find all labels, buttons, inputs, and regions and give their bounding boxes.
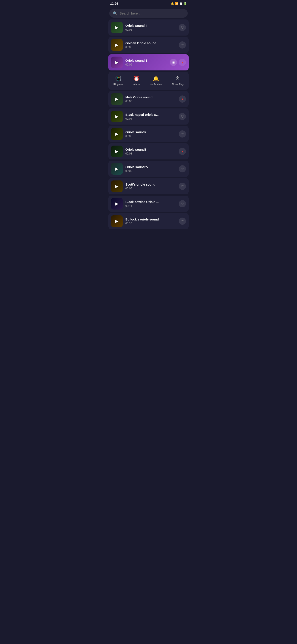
search-icon: 🔍 <box>113 11 117 16</box>
song-duration: 00:05 <box>125 28 176 31</box>
play-icon: ▶ <box>115 60 118 65</box>
status-time: 11:26 <box>110 2 118 5</box>
timer-play-icon: ⏱ <box>175 76 180 82</box>
song-title: Oriole sound 4 <box>125 24 176 28</box>
favorite-button[interactable]: ♥ <box>179 148 186 155</box>
song-info: Black-cowled Oriole ... 00:14 <box>125 200 176 208</box>
song-list: ▶ Oriole sound 4 00:05 ♡ ▶ Golden Oriole… <box>107 18 190 234</box>
song-title: Oriole sound2 <box>125 130 176 134</box>
play-icon: ▶ <box>115 42 118 48</box>
play-icon: ▶ <box>115 132 118 136</box>
song-info: Bullock's oriole sound 00:10 <box>125 218 176 225</box>
song-thumbnail: ▶ <box>111 111 123 122</box>
song-title: Scott's oriole sound <box>125 183 176 186</box>
favorite-button[interactable]: ♥ <box>179 59 186 66</box>
list-item[interactable]: ▶ Golden Oriole sound 00:05 ♡ <box>108 37 189 53</box>
song-duration: 00:05 <box>125 46 176 49</box>
song-info: Oriole sound 4 00:05 <box>125 24 176 31</box>
song-thumbnail: ▶ <box>111 22 123 33</box>
favorite-button[interactable]: ♡ <box>179 41 186 48</box>
list-item[interactable]: ▶ Oriole sound2 00:05 ♡ <box>108 126 189 142</box>
song-duration: 00:10 <box>125 222 176 225</box>
timer-play-label: Timer Play <box>172 83 184 86</box>
favorite-button[interactable]: ♡ <box>179 183 186 190</box>
song-title: Oriole sound 1 <box>125 59 167 62</box>
favorite-button[interactable]: ♥ <box>179 96 186 103</box>
play-icon: ▶ <box>115 114 118 119</box>
play-icon: ▶ <box>115 184 118 189</box>
stop-button[interactable]: ⏹ <box>170 59 177 66</box>
song-thumbnail: ▶ <box>111 39 123 51</box>
list-item[interactable]: ▶ Oriole sound 1 00:05 ⏹ ♥ <box>108 54 189 70</box>
song-duration: 00:06 <box>125 187 176 190</box>
list-item[interactable]: ▶ Scott's oriole sound 00:06 ♡ <box>108 178 189 194</box>
song-info: Male Oriole sound 00:06 <box>125 96 176 103</box>
list-item[interactable]: ▶ Black-naped oriole s... 00:04 ♡ <box>108 108 189 124</box>
song-thumbnail: ▶ <box>111 56 123 68</box>
battery-icon: 🔋 <box>184 2 187 5</box>
options-row: 📳 Ringtone ⏰ Alarm 🔔 Notification ⏱ Time… <box>108 74 189 88</box>
song-title: Oriole sound3 <box>125 148 176 152</box>
song-thumbnail: ▶ <box>111 93 123 105</box>
search-input[interactable] <box>120 12 184 15</box>
screen-icon: 📋 <box>179 2 183 5</box>
notification-label: Notification <box>150 83 162 86</box>
song-title: Bullock's oriole sound <box>125 218 176 221</box>
alarm-icon: ⏰ <box>133 76 139 82</box>
favorite-button[interactable]: ♡ <box>179 165 186 172</box>
alarm-option[interactable]: ⏰ Alarm <box>133 76 140 86</box>
play-icon: ▶ <box>115 201 118 206</box>
play-icon: ▶ <box>115 25 118 30</box>
ringtone-label: Ringtone <box>113 83 123 86</box>
favorite-button[interactable]: ♡ <box>179 200 186 207</box>
song-info: Oriole sound fx 00:05 <box>125 165 176 173</box>
notification-icon: 🔔 <box>171 2 174 5</box>
song-info: Oriole sound2 00:05 <box>125 130 176 138</box>
ringtone-icon: 📳 <box>115 76 121 82</box>
list-item[interactable]: ▶ Oriole sound3 00:08 ♥ <box>108 143 189 160</box>
song-duration: 00:06 <box>125 100 176 103</box>
song-duration: 00:08 <box>125 152 176 155</box>
notification-option[interactable]: 🔔 Notification <box>150 76 162 86</box>
song-info: Oriole sound3 00:08 <box>125 148 176 155</box>
play-icon: ▶ <box>115 166 118 171</box>
song-thumbnail: ▶ <box>111 198 123 210</box>
song-info: Oriole sound 1 00:05 <box>125 59 167 66</box>
song-title: Black-cowled Oriole ... <box>125 200 176 204</box>
search-bar[interactable]: 🔍 <box>109 9 188 18</box>
ringtone-option[interactable]: 📳 Ringtone <box>113 76 123 86</box>
song-thumbnail: ▶ <box>111 215 123 227</box>
song-title: Black-naped oriole s... <box>125 113 176 116</box>
favorite-button[interactable]: ♡ <box>179 130 186 138</box>
list-item[interactable]: ▶ Black-cowled Oriole ... 00:14 ♡ <box>108 196 189 212</box>
list-item[interactable]: ▶ Male Oriole sound 00:06 ♥ <box>108 91 189 107</box>
status-icons: 🔔 📶 📋 🔋 <box>171 2 187 5</box>
options-panel: 📳 Ringtone ⏰ Alarm 🔔 Notification ⏱ Time… <box>108 72 189 90</box>
play-icon: ▶ <box>115 96 118 102</box>
song-duration: 00:05 <box>125 134 176 138</box>
notification-icon: 🔔 <box>153 76 159 82</box>
song-thumbnail: ▶ <box>111 128 123 140</box>
song-title: Golden Oriole sound <box>125 41 176 45</box>
song-duration: 00:14 <box>125 204 176 208</box>
list-item[interactable]: ▶ Oriole sound 4 00:05 ♡ <box>108 20 189 36</box>
song-info: Black-naped oriole s... 00:04 <box>125 113 176 120</box>
alarm-label: Alarm <box>133 83 140 86</box>
list-item[interactable]: ▶ Oriole sound fx 00:05 ♡ <box>108 161 189 177</box>
favorite-button[interactable]: ♡ <box>179 218 186 225</box>
play-icon: ▶ <box>115 219 118 224</box>
song-thumbnail: ▶ <box>111 146 123 157</box>
song-title: Male Oriole sound <box>125 96 176 99</box>
status-bar: 11:26 🔔 📶 📋 🔋 <box>107 0 190 7</box>
favorite-button[interactable]: ♡ <box>179 113 186 120</box>
song-thumbnail: ▶ <box>111 180 123 192</box>
timer-play-option[interactable]: ⏱ Timer Play <box>172 76 184 86</box>
favorite-button[interactable]: ♡ <box>179 24 186 31</box>
song-duration: 00:05 <box>125 63 167 66</box>
list-item[interactable]: ▶ Bullock's oriole sound 00:10 ♡ <box>108 213 189 229</box>
sim-icon: 📶 <box>175 2 178 5</box>
song-title: Oriole sound fx <box>125 165 176 169</box>
song-thumbnail: ▶ <box>111 163 123 175</box>
song-duration: 00:05 <box>125 170 176 173</box>
song-duration: 00:04 <box>125 117 176 120</box>
